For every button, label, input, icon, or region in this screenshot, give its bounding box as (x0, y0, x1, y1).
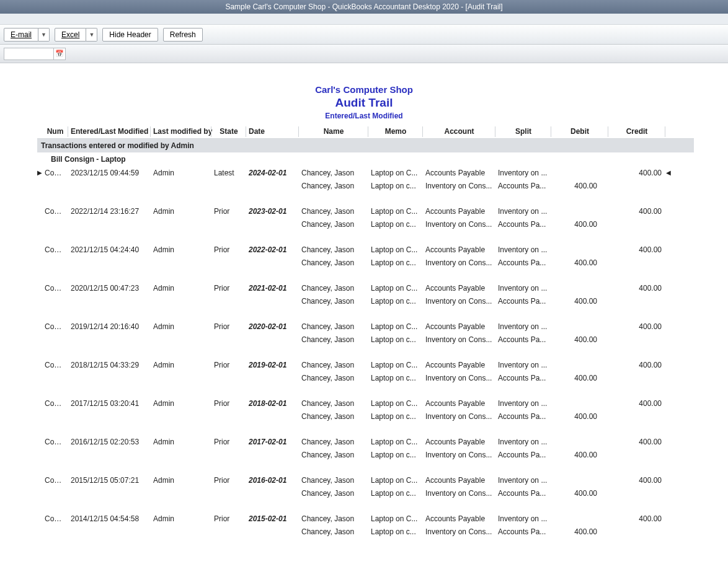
cell-split: Inventory on ... (495, 513, 551, 524)
cell-name: Chancey, Jason (299, 283, 368, 294)
cell-name: Chancey, Jason (299, 449, 368, 460)
cell-name: Chancey, Jason (299, 526, 368, 537)
table-row[interactable]: Chancey, JasonLaptop on c...Inventory on… (37, 218, 694, 231)
cell-modified: 2017/12/15 03:20:41 (68, 398, 151, 409)
table-row[interactable]: Chancey, JasonLaptop on c...Inventory on… (37, 256, 694, 269)
cell-account: Inventory on Cons... (423, 449, 495, 460)
cell-credit: 400.00 (608, 321, 665, 332)
cell-memo: Laptop on C... (368, 513, 423, 524)
cell-account: Inventory on Cons... (423, 411, 495, 422)
table-row[interactable]: Chancey, JasonLaptop on c...Inventory on… (37, 487, 694, 500)
col-debit[interactable]: Debit (551, 125, 608, 138)
cell-debit (551, 210, 608, 213)
cell-credit: 400.00 (608, 283, 665, 294)
cell-split: Inventory on ... (495, 359, 551, 371)
cell-debit (551, 518, 608, 520)
cell-num: Cons... (42, 167, 68, 178)
table-row[interactable]: Cons...2019/12/14 20:16:40AdminPrior2020… (37, 320, 694, 333)
excel-button[interactable]: Excel (55, 28, 86, 42)
cell-name: Chancey, Jason (299, 513, 368, 524)
cell-credit: 400.00 (608, 167, 665, 178)
row-marker-icon: ▶ (37, 169, 42, 176)
table-row[interactable]: Chancey, JasonLaptop on c...Inventory on… (37, 179, 694, 192)
refresh-button[interactable]: Refresh (163, 28, 203, 42)
report-title: Audit Trail (0, 96, 728, 110)
table-row[interactable]: Cons...2021/12/15 04:24:40AdminPrior2022… (37, 243, 694, 256)
report-grid: Num Entered/Last Modified Last modified … (37, 125, 694, 538)
table-row[interactable]: Chancey, JasonLaptop on c...Inventory on… (37, 333, 694, 346)
col-split[interactable]: Split (495, 125, 551, 138)
table-row[interactable]: Chancey, JasonLaptop on c...Inventory on… (37, 294, 694, 307)
cell-modified: 2020/12/15 00:47:23 (68, 283, 151, 294)
email-button[interactable]: E-mail (4, 28, 38, 42)
cell-account: Accounts Payable (423, 283, 495, 294)
cell-credit: 400.00 (608, 436, 665, 447)
table-row[interactable]: Cons...2022/12/14 23:16:27AdminPrior2023… (37, 205, 694, 218)
cell-split: Inventory on ... (495, 475, 551, 486)
cell-account: Inventory on Cons... (423, 334, 495, 345)
cell-split: Inventory on ... (495, 206, 551, 217)
table-row[interactable]: Cons...2014/12/15 04:54:58AdminPrior2015… (37, 512, 694, 525)
col-num[interactable]: Num (42, 125, 68, 138)
cell-modified: 2018/12/15 04:33:29 (68, 359, 151, 371)
cell-memo: Laptop on C... (368, 436, 423, 447)
cell-credit: 400.00 (608, 206, 665, 217)
table-row[interactable]: Chancey, JasonLaptop on c...Inventory on… (37, 448, 694, 461)
cell-date: 2016-02-01 (246, 475, 299, 486)
window-title: Sample Carl's Computer Shop - QuickBooks… (0, 0, 728, 14)
col-memo[interactable]: Memo (368, 125, 423, 138)
cell-account: Accounts Payable (423, 359, 495, 371)
cell-account: Accounts Payable (423, 436, 495, 447)
cell-num: Cons... (42, 513, 68, 524)
row-end-icon: ◀ (665, 169, 672, 176)
table-row[interactable]: Chancey, JasonLaptop on c...Inventory on… (37, 525, 694, 538)
cell-debit: 400.00 (551, 257, 608, 268)
company-name: Carl's Computer Shop (0, 84, 728, 95)
col-date[interactable]: Date (246, 125, 299, 138)
cell-user: Admin (151, 167, 211, 178)
date-input[interactable] (4, 48, 53, 60)
cell-date: 2024-02-01 (246, 167, 299, 178)
excel-dropdown[interactable]: ▼ (86, 28, 97, 42)
table-row[interactable]: ▶Cons...2023/12/15 09:44:59AdminLatest20… (37, 166, 694, 179)
table-row[interactable]: Cons...2020/12/15 00:47:23AdminPrior2021… (37, 281, 694, 294)
col-state[interactable]: State (211, 125, 246, 138)
cell-credit: 400.00 (608, 244, 665, 255)
cell-name: Chancey, Jason (299, 296, 368, 307)
cell-split: Accounts Pa... (495, 334, 551, 345)
cell-debit (551, 249, 608, 251)
cell-account: Accounts Payable (423, 244, 495, 255)
table-row[interactable]: Cons...2016/12/15 02:20:53AdminPrior2017… (37, 435, 694, 448)
table-row[interactable]: Cons...2017/12/15 03:20:41AdminPrior2018… (37, 397, 694, 410)
col-account[interactable]: Account (423, 125, 495, 138)
cell-user: Admin (151, 206, 211, 217)
cell-memo: Laptop on C... (368, 283, 423, 294)
cell-user: Admin (151, 398, 211, 409)
cell-split: Inventory on ... (495, 283, 551, 294)
table-row[interactable]: Cons...2018/12/15 04:33:29AdminPrior2019… (37, 358, 694, 371)
col-name[interactable]: Name (299, 125, 368, 138)
cell-debit: 400.00 (551, 526, 608, 537)
cell-date: 2021-02-01 (246, 283, 299, 294)
cell-name: Chancey, Jason (299, 321, 368, 332)
cell-state: Prior (211, 475, 246, 486)
cell-memo: Laptop on C... (368, 475, 423, 486)
hide-header-button[interactable]: Hide Header (102, 28, 158, 42)
group-bill-consign: Bill Consign - Laptop (37, 152, 694, 166)
col-user[interactable]: Last modified by (151, 125, 211, 138)
col-modified[interactable]: Entered/Last Modified (68, 125, 151, 138)
table-row[interactable]: Chancey, JasonLaptop on c...Inventory on… (37, 371, 694, 384)
cell-memo: Laptop on c... (368, 411, 423, 422)
calendar-icon[interactable]: 📅 (53, 48, 66, 60)
cell-account: Inventory on Cons... (423, 296, 495, 307)
menu-bar[interactable] (0, 14, 728, 25)
col-credit[interactable]: Credit (608, 125, 665, 138)
cell-debit (551, 364, 608, 366)
cell-account: Accounts Payable (423, 206, 495, 217)
email-dropdown[interactable]: ▼ (38, 28, 50, 42)
table-row[interactable]: Chancey, JasonLaptop on c...Inventory on… (37, 410, 694, 423)
cell-state: Latest (211, 167, 246, 178)
table-row[interactable]: Cons...2015/12/15 05:07:21AdminPrior2016… (37, 474, 694, 487)
cell-date: 2019-02-01 (246, 359, 299, 371)
cell-memo: Laptop on c... (368, 526, 423, 537)
